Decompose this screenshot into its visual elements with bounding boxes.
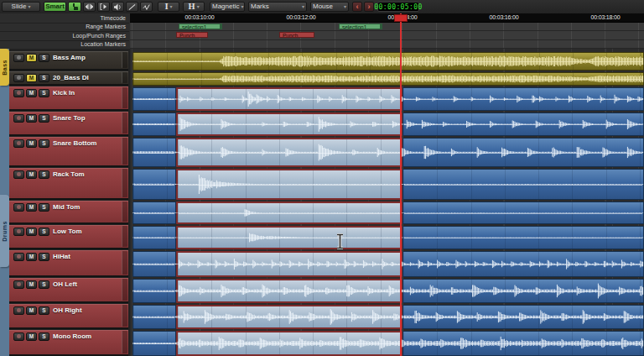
solo-button[interactable]: S (39, 306, 49, 315)
playhead-line[interactable] (400, 13, 402, 356)
snap-mode-dropdown[interactable]: Magnetic ▾ (210, 2, 245, 12)
track-lane[interactable] (130, 202, 644, 224)
track-lane[interactable] (130, 87, 644, 111)
audio-region-selected[interactable] (176, 113, 402, 136)
mute-button[interactable]: M (26, 228, 37, 236)
record-arm-button[interactable] (13, 54, 24, 62)
mute-button[interactable]: M (26, 170, 37, 179)
prev-marker-button[interactable]: ‹ (352, 2, 362, 12)
solo-button[interactable]: S (39, 54, 49, 62)
record-arm-button[interactable] (13, 89, 24, 97)
solo-button[interactable]: S (39, 203, 49, 212)
track-meter-strip[interactable] (122, 72, 127, 83)
secondary-clock[interactable]: 00:00:05:00 (377, 2, 419, 12)
audio-region[interactable] (132, 202, 176, 224)
track-header[interactable]: MSMid Tom (9, 201, 128, 224)
loop-punch-ruler[interactable]: PunchPunch (130, 31, 644, 40)
zoom-focus-dropdown[interactable]: H ▾ (183, 2, 205, 12)
mute-button[interactable]: M (26, 332, 37, 341)
record-arm-button[interactable] (13, 228, 24, 236)
timestretch-dropdown[interactable]: I ▾ (158, 2, 179, 12)
audio-region-selected[interactable] (176, 331, 402, 356)
audio-region[interactable] (132, 305, 176, 329)
range-marker[interactable]: selection1 (339, 24, 382, 29)
track-meter-strip[interactable] (122, 169, 127, 197)
grid-unit-dropdown[interactable]: Marks ▾ (248, 2, 307, 12)
audio-region-selected[interactable] (176, 226, 402, 249)
record-arm-button[interactable] (13, 306, 24, 315)
track-lane[interactable] (130, 251, 644, 277)
mute-button[interactable]: M (26, 203, 37, 212)
edit-mode-dropdown[interactable]: Slide ▾ (2, 2, 40, 12)
audio-region-selected[interactable] (176, 169, 402, 200)
playhead-handle[interactable] (394, 14, 408, 22)
audio-region[interactable] (402, 279, 644, 303)
audio-region[interactable] (402, 331, 644, 356)
record-arm-button[interactable] (13, 253, 24, 261)
track-header[interactable]: MSRack Tom (9, 168, 128, 200)
audio-region[interactable] (132, 331, 176, 356)
mute-button[interactable]: M (26, 54, 37, 62)
mute-button[interactable]: M (26, 253, 37, 261)
mute-button[interactable]: M (26, 139, 37, 148)
punch-marker[interactable]: Punch (176, 32, 208, 38)
track-header[interactable]: MS20_Bass DI (9, 71, 128, 86)
range-markers-ruler[interactable]: selection1selection1 (130, 23, 644, 31)
record-arm-button[interactable] (13, 74, 24, 82)
audio-region[interactable] (402, 87, 644, 111)
track-lane[interactable] (130, 331, 644, 356)
track-meter-strip[interactable] (122, 202, 127, 222)
track-header[interactable]: MSMono Room (9, 330, 128, 356)
mute-button[interactable]: M (26, 74, 37, 82)
audio-region-selected[interactable] (176, 279, 402, 303)
track-header[interactable]: MSHiHat (9, 250, 128, 277)
audio-region[interactable] (132, 87, 176, 111)
audio-region-selected[interactable] (176, 251, 402, 277)
track-lane[interactable] (130, 72, 644, 86)
smart-mode-button[interactable]: Smart (44, 2, 66, 12)
track-meter-strip[interactable] (122, 113, 127, 134)
punch-marker[interactable]: Punch (279, 32, 314, 38)
track-meter-strip[interactable] (122, 226, 127, 247)
track-lane[interactable] (130, 305, 644, 329)
location-markers-ruler[interactable] (130, 40, 644, 49)
audio-region[interactable] (402, 305, 644, 329)
audio-region[interactable] (132, 279, 176, 303)
solo-button[interactable]: S (39, 253, 49, 261)
record-arm-button[interactable] (13, 170, 24, 179)
audition-button[interactable] (112, 2, 124, 12)
audio-region-selected[interactable] (176, 305, 402, 329)
audio-region[interactable] (402, 138, 644, 167)
track-header[interactable]: MSOH Right (9, 304, 128, 329)
track-lane[interactable] (130, 113, 644, 136)
audio-region-selected[interactable] (176, 87, 402, 111)
group-tab-bass[interactable]: Bass (0, 49, 9, 86)
zoom-focus-mouse-dropdown[interactable]: Mouse ▾ (310, 2, 349, 12)
audio-region[interactable] (402, 226, 644, 249)
solo-button[interactable]: S (39, 170, 49, 179)
track-meter-strip[interactable] (122, 251, 127, 275)
solo-button[interactable]: S (39, 89, 49, 97)
solo-button[interactable]: S (39, 74, 49, 82)
track-lane[interactable] (130, 279, 644, 303)
edit-contents-button[interactable] (140, 2, 153, 12)
record-arm-button[interactable] (13, 114, 24, 123)
mute-button[interactable]: M (26, 280, 37, 289)
audio-region[interactable] (132, 169, 176, 200)
audio-region[interactable] (402, 113, 644, 136)
mute-button[interactable]: M (26, 306, 37, 315)
timecode-ruler[interactable]: 00:03:10:0000:03:12:0000:03:14:0000:03:1… (130, 13, 644, 23)
audio-region[interactable] (132, 251, 176, 277)
track-meter-strip[interactable] (122, 87, 127, 108)
range-mode-button[interactable] (83, 2, 96, 12)
record-arm-button[interactable] (13, 332, 24, 341)
audio-region[interactable] (132, 226, 176, 249)
solo-button[interactable]: S (39, 332, 49, 341)
grab-mode-button[interactable] (68, 2, 81, 12)
track-header[interactable]: MSSnare Top (9, 112, 128, 136)
track-meter-strip[interactable] (122, 138, 127, 165)
mute-button[interactable]: M (26, 114, 37, 123)
audio-region[interactable] (402, 169, 644, 200)
track-lane[interactable] (130, 52, 644, 71)
record-arm-button[interactable] (13, 139, 24, 148)
